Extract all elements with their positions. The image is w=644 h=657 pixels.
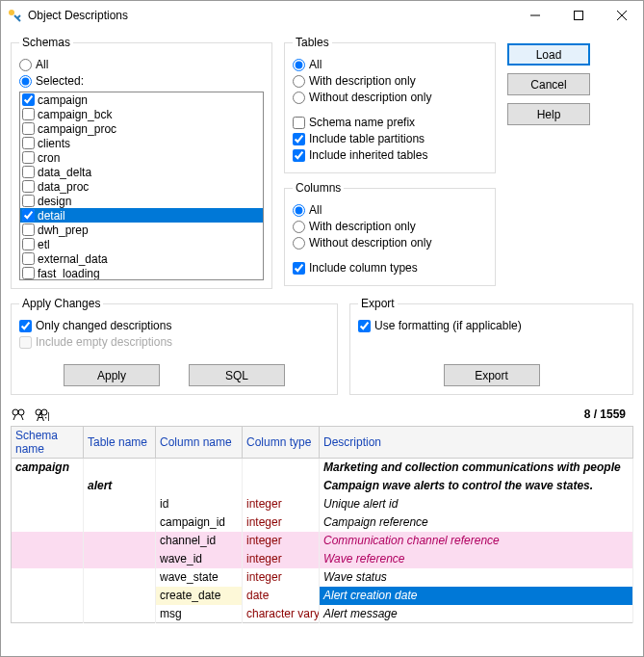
schema-item[interactable]: clients <box>20 136 263 150</box>
table-row[interactable]: idintegerUnique alert id <box>12 495 633 513</box>
columns-radio-without[interactable]: Without description only <box>293 236 487 250</box>
columns-group: Columns All With description only Withou… <box>284 181 496 286</box>
row-counter: 8 / 1559 <box>584 407 633 421</box>
load-button[interactable]: Load <box>507 43 590 66</box>
schema-item[interactable]: campaign <box>20 92 263 107</box>
schema-item[interactable]: detail <box>20 208 263 223</box>
find-replace-icon[interactable]: A·B <box>34 407 49 422</box>
tables-radio-with[interactable]: With description only <box>293 74 487 88</box>
titlebar: Object Descriptions <box>1 1 643 30</box>
svg-point-5 <box>13 409 18 415</box>
table-row[interactable]: campaignMarketing and collection communi… <box>12 459 633 477</box>
use-formatting-check[interactable]: Use formatting (if applicable) <box>358 319 625 332</box>
sql-button[interactable]: SQL <box>189 364 285 386</box>
schema-item[interactable]: design <box>20 194 263 208</box>
schema-item[interactable]: campaign_bck <box>20 107 263 121</box>
schema-item[interactable]: etl <box>20 237 263 251</box>
tables-radio-all[interactable]: All <box>293 58 487 71</box>
results-table: Schema name Table name Column name Colum… <box>11 426 633 623</box>
cancel-button[interactable]: Cancel <box>507 73 590 95</box>
find-icon[interactable] <box>11 407 26 422</box>
table-row[interactable]: wave_stateintegerWave status <box>12 568 633 587</box>
svg-line-7 <box>13 415 15 420</box>
tables-radio-without[interactable]: Without description only <box>293 91 487 104</box>
table-row[interactable]: msgcharacter varyiAlert message <box>12 605 633 623</box>
schemas-legend: Schemas <box>19 36 73 49</box>
schema-item[interactable]: campaign_proc <box>20 121 263 136</box>
columns-legend: Columns <box>293 181 344 195</box>
schema-name-prefix-check[interactable]: Schema name prefix <box>293 116 487 129</box>
schemas-radio-selected[interactable]: Selected: <box>19 74 264 88</box>
col-schema[interactable]: Schema name <box>12 427 84 459</box>
col-desc[interactable]: Description <box>320 427 633 459</box>
svg-line-8 <box>21 415 23 420</box>
window-title: Object Descriptions <box>28 9 513 22</box>
tables-group: Tables All With description only Without… <box>284 36 496 173</box>
maximize-button[interactable] <box>556 2 600 30</box>
apply-legend: Apply Changes <box>19 297 103 310</box>
help-button[interactable]: Help <box>507 103 590 125</box>
schema-item[interactable]: data_delta <box>20 165 263 179</box>
schemas-radio-all[interactable]: All <box>19 58 264 71</box>
columns-radio-all[interactable]: All <box>293 203 487 217</box>
table-row[interactable]: campaign_idintegerCampaign reference <box>12 513 633 532</box>
schema-item[interactable]: cron <box>20 150 263 165</box>
schemas-group: Schemas All Selected: campaigncampaign_b… <box>11 36 272 289</box>
table-row[interactable]: wave_idintegerWave reference <box>12 550 633 568</box>
export-legend: Export <box>358 297 398 310</box>
svg-point-0 <box>9 10 14 15</box>
svg-point-6 <box>18 409 24 415</box>
col-column[interactable]: Column name <box>156 427 243 459</box>
col-table[interactable]: Table name <box>84 427 156 459</box>
tables-legend: Tables <box>293 36 332 49</box>
include-column-types-check[interactable]: Include column types <box>293 261 487 275</box>
export-group: Export Use formatting (if applicable) Ex… <box>349 297 633 395</box>
only-changed-check[interactable]: Only changed descriptions <box>19 319 329 332</box>
include-partitions-check[interactable]: Include table partitions <box>293 132 487 145</box>
close-button[interactable] <box>600 2 643 30</box>
app-icon <box>7 8 22 23</box>
schemas-list[interactable]: campaigncampaign_bckcampaign_procclients… <box>19 92 264 280</box>
col-type[interactable]: Column type <box>243 427 320 459</box>
schema-item[interactable]: data_proc <box>20 179 263 194</box>
include-inherited-check[interactable]: Include inherited tables <box>293 148 487 162</box>
minimize-button[interactable] <box>513 2 556 30</box>
schema-item[interactable]: dwh_prep <box>20 223 263 237</box>
columns-radio-with[interactable]: With description only <box>293 220 487 233</box>
schema-item[interactable]: fast_loading <box>20 266 263 280</box>
export-button[interactable]: Export <box>444 364 540 386</box>
apply-button[interactable]: Apply <box>64 364 160 386</box>
svg-text:A·B: A·B <box>37 410 49 422</box>
apply-changes-group: Apply Changes Only changed descriptions … <box>11 297 338 395</box>
table-row[interactable]: create_datedateAlert creation date <box>12 587 633 605</box>
table-row[interactable]: alertCampaign wave alerts to control the… <box>12 477 633 495</box>
svg-rect-2 <box>574 12 582 20</box>
include-empty-check: Include empty descriptions <box>19 335 329 349</box>
table-row[interactable]: channel_idintegerCommunication channel r… <box>12 532 633 550</box>
schema-item[interactable]: external_data <box>20 251 263 266</box>
